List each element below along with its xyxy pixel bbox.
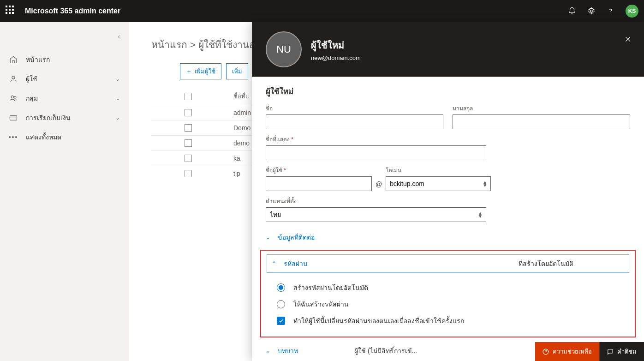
sidebar-item-label: หน้าแรก: [26, 54, 50, 65]
display-name-input[interactable]: [266, 145, 486, 160]
roles-summary: ผู้ใช้ (ไม่มีสิทธิ์การเข้...: [354, 346, 417, 356]
roles-section-label: บทบาท: [278, 346, 298, 356]
sidebar-item-label: แสดงทั้งหมด: [26, 132, 61, 142]
plus-icon: ＋: [186, 67, 192, 76]
svg-point-2: [11, 96, 13, 98]
location-select[interactable]: ไทย: [266, 207, 486, 222]
first-name-input[interactable]: [266, 114, 443, 129]
row-checkbox[interactable]: [185, 139, 192, 147]
panel-header: NU ผู้ใช้ใหม่ new@domain.com: [252, 22, 644, 77]
password-section-label: รหัสผ่าน: [284, 259, 308, 269]
panel-title: ผู้ใช้ใหม่: [311, 38, 361, 53]
svg-point-0: [590, 10, 593, 12]
app-title: Microsoft 365 admin center: [25, 7, 120, 15]
password-section-toggle[interactable]: ⌃ รหัสผ่าน ที่สร้างโดยอัตโนมัติ: [267, 254, 629, 273]
panel-avatar: NU: [266, 31, 302, 67]
footer-bar: ความช่วยเหลือ คำติชม: [535, 342, 644, 361]
help-button[interactable]: ความช่วยเหลือ: [535, 342, 599, 361]
display-name-label: ชื่อที่แสดง *: [266, 135, 486, 144]
notifications-icon[interactable]: [567, 6, 577, 16]
location-label: ตำแหน่งที่ตั้ง: [266, 197, 486, 205]
chevron-down-icon: ⌄: [266, 348, 272, 354]
password-auto-label: สร้างรหัสผ่านโดยอัตโนมัติ: [293, 283, 368, 293]
chevron-up-icon: ⌃: [272, 260, 278, 267]
user-avatar[interactable]: KS: [626, 5, 638, 18]
row-checkbox[interactable]: [185, 155, 192, 162]
domain-label: โดเมน: [386, 166, 491, 174]
domain-select[interactable]: bckitup.com: [386, 176, 491, 191]
sidebar-item-label: ผู้ใช้: [26, 74, 37, 84]
force-change-label: ทำให้ผู้ใช้นี้เปลี่ยนรหัสผ่านของตนเองเมื…: [293, 316, 464, 326]
new-user-panel: NU ผู้ใช้ใหม่ new@domain.com ผู้ใช้ใหม่ …: [252, 22, 644, 361]
row-checkbox[interactable]: [185, 124, 192, 132]
chevron-down-icon: ⌄: [115, 76, 120, 82]
sidebar-item-groups[interactable]: กลุ่ม ⌄: [0, 89, 129, 108]
column-header: ชื่อที่แ: [233, 91, 249, 101]
row-checkbox[interactable]: [185, 109, 192, 116]
contact-section-label: ข้อมูลที่ติดต่อ: [278, 232, 315, 242]
at-sign: @: [376, 180, 382, 191]
help-icon[interactable]: [606, 6, 615, 16]
username-label: ชื่อผู้ใช้ *: [266, 166, 372, 174]
password-summary: ที่สร้างโดยอัตโนมัติ: [519, 259, 573, 269]
first-name-label: ชื่อ: [266, 104, 443, 113]
sidebar-item-billing[interactable]: การเรียกเก็บเงิน ⌄: [0, 108, 129, 127]
last-name-input[interactable]: [453, 114, 630, 129]
billing-icon: [9, 114, 18, 122]
sidebar-item-home[interactable]: หน้าแรก: [0, 50, 129, 69]
chevron-down-icon: ⌄: [266, 234, 272, 241]
dots-icon: •••: [9, 133, 18, 141]
password-manual-label: ให้ฉันสร้างรหัสผ่าน: [293, 299, 349, 309]
chevron-down-icon: ⌄: [115, 114, 120, 121]
sidebar-item-users[interactable]: ผู้ใช้ ⌄: [0, 69, 129, 89]
sidebar: หน้าแรก ผู้ใช้ ⌄ กลุ่ม ⌄ การเรียกเก็บเงิ…: [0, 22, 129, 361]
contact-section-toggle[interactable]: ⌄ ข้อมูลที่ติดต่อ: [266, 228, 630, 247]
panel-email: new@domain.com: [311, 54, 361, 61]
panel-section-title: ผู้ใช้ใหม่: [266, 85, 630, 97]
chevron-down-icon: ⌄: [115, 95, 120, 102]
svg-rect-4: [10, 116, 17, 120]
add-multi-button[interactable]: เพิ่ม: [226, 63, 248, 79]
force-change-checkbox[interactable]: [277, 317, 285, 325]
settings-icon[interactable]: [587, 6, 596, 16]
svg-point-1: [12, 76, 15, 79]
close-icon[interactable]: [624, 35, 632, 46]
password-manual-radio[interactable]: [277, 300, 285, 308]
sidebar-item-label: กลุ่ม: [26, 93, 38, 103]
user-icon: [9, 75, 18, 83]
password-highlight-box: 4 ⌃ รหัสผ่าน ที่สร้างโดยอัตโนมัติ สร้างร…: [260, 250, 636, 337]
add-user-button[interactable]: ＋เพิ่มผู้ใช้: [180, 63, 221, 79]
svg-point-3: [14, 96, 17, 99]
home-icon: [9, 55, 18, 64]
select-all-checkbox[interactable]: [185, 93, 192, 100]
username-input[interactable]: [266, 176, 372, 191]
group-icon: [9, 94, 18, 102]
row-checkbox[interactable]: [185, 170, 192, 177]
collapse-sidebar-icon[interactable]: [116, 33, 122, 42]
app-launcher-icon[interactable]: [6, 6, 17, 17]
feedback-button[interactable]: คำติชม: [599, 342, 644, 361]
top-bar: Microsoft 365 admin center KS: [0, 0, 644, 22]
last-name-label: นามสกุล: [453, 104, 630, 113]
sidebar-item-label: การเรียกเก็บเงิน: [26, 113, 71, 123]
sidebar-item-showall[interactable]: ••• แสดงทั้งหมด: [0, 127, 129, 147]
password-auto-radio[interactable]: [277, 283, 285, 292]
